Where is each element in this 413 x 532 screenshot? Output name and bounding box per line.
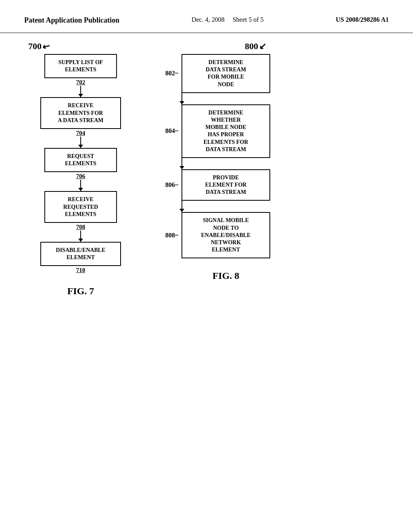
label-806: 806~ — [157, 181, 181, 189]
header-left: Patent Application Publication — [24, 16, 119, 25]
row-802: 802~ DETERMINEDATA STREAMFOR MOBILENODE — [157, 54, 270, 93]
fig8-diagram: 800 ↙ 802~ DETERMINEDATA STREAMFOR MOBIL… — [157, 41, 270, 281]
diagrams-container: 700 ↙ SUPPLY LIST OFELEMENTS 702 RECEIVE… — [0, 33, 413, 297]
box-label-706: 706 — [44, 173, 117, 180]
arrow-802-804 — [181, 93, 182, 104]
box-label-710: 710 — [40, 267, 121, 274]
page-header: Patent Application Publication Dec. 4, 2… — [0, 0, 413, 33]
flow-box-802: DETERMINEDATA STREAMFOR MOBILENODE — [181, 54, 270, 93]
arrow-708-710 — [80, 231, 81, 242]
arrow-706-708 — [80, 180, 81, 191]
flow-box-808: SIGNAL MOBILENODE TOENABLE/DISABLENETWOR… — [181, 212, 270, 258]
arrow-806-808 — [181, 201, 182, 212]
arrow-704-706 — [80, 137, 81, 148]
fig7-diagram: 700 ↙ SUPPLY LIST OFELEMENTS 702 RECEIVE… — [24, 41, 137, 297]
row-806: 806~ PROVIDEELEMENT FORDATA STREAM — [157, 169, 270, 201]
box-label-704: 704 — [40, 130, 121, 137]
label-804: 804~ — [157, 127, 181, 135]
fig7-diagram-num: 700 ↙ — [28, 41, 50, 52]
box-label-708: 708 — [44, 224, 117, 231]
arrow-702-704 — [80, 86, 81, 97]
fig8-diagram-num: 800 ↙ — [245, 41, 266, 52]
header-center: Dec. 4, 2008 Sheet 5 of 5 — [192, 16, 264, 23]
flow-box-708: RECEIVEREQUESTEDELEMENTS 708 — [44, 191, 117, 231]
flow-box-704: RECEIVEELEMENTS FORA DATA STREAM 704 — [40, 97, 121, 137]
arrow-804-806 — [181, 158, 182, 169]
fig7-arrow: ↙ — [40, 40, 52, 53]
flow-box-804: DETERMINEWHETHERMOBILE NODEHAS PROPERELE… — [181, 104, 270, 158]
flow-box-710: DISABLE/ENABLEELEMENT 710 — [40, 242, 121, 274]
header-right: US 2008/298286 A1 — [336, 16, 389, 23]
label-808: 808~ — [157, 232, 181, 239]
flow-box-706: REQUESTELEMENTS 706 — [44, 148, 117, 180]
fig7-label: FIG. 7 — [67, 286, 94, 297]
row-808: 808~ SIGNAL MOBILENODE TOENABLE/DISABLEN… — [157, 212, 270, 258]
fig8-arrow: ↙ — [259, 41, 266, 52]
fig8-label: FIG. 8 — [213, 270, 240, 281]
row-804: 804~ DETERMINEWHETHERMOBILE NODEHAS PROP… — [157, 104, 270, 158]
flow-box-702: SUPPLY LIST OFELEMENTS 702 — [44, 54, 117, 86]
box-label-702: 702 — [44, 79, 117, 86]
flow-box-806: PROVIDEELEMENT FORDATA STREAM — [181, 169, 270, 201]
label-802: 802~ — [157, 70, 181, 77]
